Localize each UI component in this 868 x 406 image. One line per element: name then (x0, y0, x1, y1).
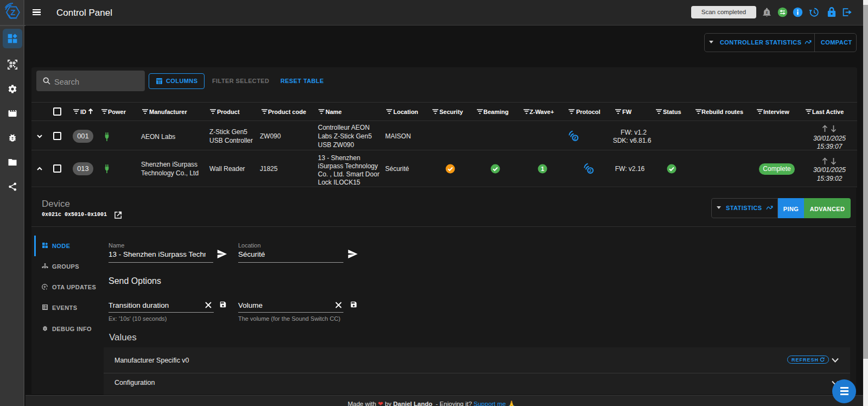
svg-text:Z: Z (589, 168, 592, 173)
svg-text:z: z (766, 10, 768, 15)
svg-text:1: 1 (541, 166, 544, 172)
svg-text:Z: Z (10, 8, 15, 17)
svg-text:Z: Z (574, 136, 577, 141)
